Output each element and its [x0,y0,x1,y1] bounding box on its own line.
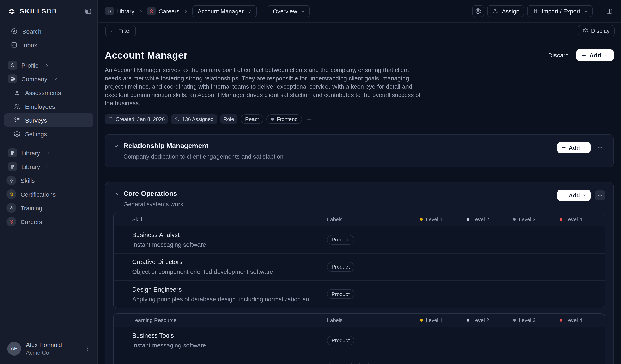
content-scroll-area[interactable]: Account Manager Discard Add An Account M… [98,39,621,364]
tag-react[interactable]: React [241,114,263,123]
sidebar-item-skills[interactable]: Skills [4,173,93,187]
sidebar-item-label: Careers [21,218,42,225]
level-label: Level 3 [519,317,536,323]
skill-name: Creative Directors [132,259,327,266]
level-label: Level 1 [426,317,443,323]
table-row[interactable]: Creative DirectorsObject or component or… [114,253,605,280]
tag-frontend[interactable]: Frontend [266,114,302,123]
display-button[interactable]: Display [578,25,615,36]
section-menu-icon[interactable] [595,190,605,200]
label-overflow-pill[interactable]: +2 [357,363,372,364]
breadcrumb-label: Library [116,8,135,14]
filter-bar: Filter Display [98,23,621,39]
sidebar-item-certifications[interactable]: Certifications [4,187,93,201]
chevron-up-icon[interactable] [113,191,119,197]
import-export-button[interactable]: Import / Export [527,5,593,17]
add-tag-plus-icon[interactable] [306,116,312,122]
sidebar-item-label: Certifications [21,191,56,198]
sidebar-item-company[interactable]: Company [4,72,93,86]
chevron-down-icon[interactable] [113,143,119,149]
chevron-down-icon [582,145,587,150]
sidebar-item-surveys[interactable]: Surveys [4,113,93,127]
level-label: Level 3 [519,216,536,223]
level-dot [560,319,562,322]
user-name: Alex Honnold [26,341,62,349]
sidebar-item-label: Training [21,205,42,211]
assign-button[interactable]: Assign [487,5,524,17]
sidebar-item-profile[interactable]: Profile [4,58,93,72]
table-row[interactable]: Design EngineersApplying principles of d… [114,280,605,308]
label-pill[interactable]: Product [327,335,354,345]
assessments-doc-icon [13,89,21,96]
col-labels: Labels [327,216,420,223]
sidebar-item-training[interactable]: Training [4,201,93,215]
plus-icon [561,192,567,198]
user-info: Alex Honnold Acme Co. [26,341,62,357]
sidebar-item-careers[interactable]: Careers [4,215,93,228]
label-pill[interactable]: Product [327,289,354,299]
collapse-sidebar-icon[interactable] [85,8,92,15]
labels-cell: Product [327,289,420,299]
sidebar-item-label: Employees [25,103,55,110]
filter-icon [110,28,116,34]
breadcrumb-library[interactable]: Library [105,7,135,15]
sidebar-item-library-a[interactable]: Library [4,146,93,160]
title-actions: Discard Add [548,49,614,61]
labels-cell: Product [327,335,420,345]
labels-cell: Product [327,235,420,244]
sidebar: SKILLSDB Search Inbox Profile Company [0,0,98,364]
panel-right-icon[interactable] [604,5,615,17]
divider [262,8,262,14]
search-compass-icon [11,28,18,35]
resource-desc: Instant messaging software [132,342,327,349]
label-pill[interactable]: Product [327,262,354,272]
assigned-badge[interactable]: 136 Assigned [171,114,217,123]
filter-button[interactable]: Filter [105,25,136,36]
breadcrumb-careers[interactable]: Careers [147,7,179,15]
labels-cell: Product+2 [327,363,420,364]
section-add-button[interactable]: Add [557,142,591,153]
sidebar-item-label: Profile [21,62,39,69]
add-label: Add [589,52,601,59]
created-text: Created: Jan 8, 2026 [116,116,165,122]
user-menu-kebab-icon[interactable] [85,346,91,352]
skill-name: Design Engineers [132,286,327,293]
skill-cell: Design EngineersApplying principles of d… [132,286,327,302]
chevron-right-icon [44,63,49,68]
table-row[interactable]: Leadership Guides Product+2 [114,354,605,364]
users-icon [174,116,180,121]
entity-selector[interactable]: Account Manager [192,5,257,17]
sidebar-item-library-b[interactable]: Library [4,160,93,173]
sidebar-item-search[interactable]: Search [4,24,93,38]
table-row[interactable]: Business AnalystInstant messaging softwa… [114,226,605,253]
chevron-down-icon [582,193,587,197]
add-label: Add [569,192,580,198]
level-dot [466,319,469,322]
sidebar-item-label: Library [21,149,40,156]
section-add-button[interactable]: Add [557,190,591,201]
sidebar-item-label: Inbox [22,41,37,48]
col-level-1: Level 1 [420,317,466,323]
label-pill[interactable]: Product [327,235,354,244]
skills-table: Skill Labels Level 1 Level 2 Level 3 Lev… [113,212,605,308]
discard-button[interactable]: Discard [548,52,569,59]
role-description: An Account Manager serves as the primary… [105,66,422,107]
sidebar-item-settings[interactable]: Settings [4,127,93,141]
view-selector[interactable]: Overview [267,5,310,17]
add-button[interactable]: Add [576,49,614,61]
settings-button[interactable] [472,5,484,17]
sidebar-item-assessments[interactable]: Assessments [4,86,93,100]
level-label: Level 2 [472,216,489,223]
table-row[interactable]: Business ToolsInstant messaging software… [114,327,605,354]
card-actions: Add [557,190,605,201]
label-pill[interactable]: Product [327,363,354,364]
skill-desc: Object or component oriented development… [132,268,327,275]
sidebar-item-inbox[interactable]: Inbox [4,38,93,52]
sidebar-item-employees[interactable]: Employees [4,100,93,113]
section-menu-icon[interactable] [595,142,605,152]
brand-logo: SKILLSDB [7,7,85,16]
avatar: AH [7,342,21,356]
skill-desc: Applying principles of database design, … [132,295,327,302]
card-header: Core Operations General systems work Add [113,190,605,207]
user-footer[interactable]: AH Alex Honnold Acme Co. [0,335,97,364]
